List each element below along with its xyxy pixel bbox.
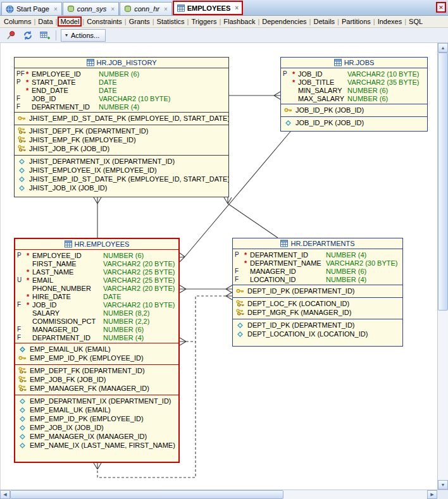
subtab-statistics[interactable]: Statistics (155, 17, 187, 26)
key-icon (18, 355, 27, 361)
subtab-triggers[interactable]: Triggers (189, 17, 218, 26)
column-row: U*EMAILVARCHAR2 (25 BYTE) (15, 276, 178, 284)
constraint-text: EMP_JOB_IX (JOB_ID) (30, 424, 104, 431)
column-name: DEPARTMENT_ID (32, 334, 103, 342)
subtab-dependencies[interactable]: Dependencies (260, 17, 308, 26)
column-type: NUMBER (6) (326, 268, 366, 275)
fkey-icon (18, 367, 27, 374)
column-row: *DEPARTMENT_NAMEVARCHAR2 (30 BYTE) (233, 259, 402, 267)
actions-button[interactable]: ▾ Actions... (61, 29, 106, 42)
column-name: MANAGER_ID (32, 326, 103, 333)
column-name: LOCATION_ID (250, 276, 326, 283)
tabgroup-close-button[interactable]: ✕ (436, 2, 446, 13)
table-node-jobs[interactable]: HR.JOBSP*JOB_IDVARCHAR2 (10 BYTE)*JOB_TI… (280, 57, 428, 132)
subtab-grants[interactable]: Grants (127, 17, 152, 26)
column-name: LAST_NAME (32, 268, 103, 276)
columns-section: PF*EMPLOYEE_IDNUMBER (6)P*START_DATEDATE… (15, 68, 228, 112)
index-row: EMP_NAME_IX (LAST_NAME, FIRST_NAME) (15, 441, 178, 450)
tab-close-icon[interactable]: × (164, 6, 168, 13)
fkey-row: JHIST_JOB_FK (JOB_ID) (15, 144, 228, 153)
subtab-partitions[interactable]: Partitions (340, 17, 373, 26)
constraint-text: DEPT_LOC_FK (LOCATION_ID) (247, 300, 349, 307)
fkey-icon (18, 376, 27, 383)
horizontal-scroll-track[interactable] (10, 490, 427, 499)
tab-close-icon[interactable]: × (111, 6, 115, 13)
table-node-employees[interactable]: HR.EMPLOYEESP*EMPLOYEE_IDNUMBER (6)FIRST… (14, 238, 180, 463)
subtab-flashback[interactable]: Flashback (221, 17, 257, 26)
horizontal-scrollbar[interactable]: ◀ ▶ (0, 490, 448, 499)
column-row: SALARYNUMBER (8,2) (15, 309, 178, 317)
freeze-pin-button[interactable] (4, 29, 17, 42)
index-row: EMP_MANAGER_IX (MANAGER_ID) (15, 432, 178, 441)
column-name: END_DATE (32, 87, 99, 94)
refresh-button[interactable] (22, 29, 34, 42)
key-marker: F (16, 103, 26, 110)
tab-conn-hr[interactable]: conn_hr× (120, 2, 172, 15)
relationship-jhist-job-fk[interactable] (229, 92, 280, 99)
fkey-icon (235, 300, 245, 307)
scroll-down-button[interactable]: ▼ (438, 480, 448, 490)
tab-start-page[interactable]: Start Page× (1, 2, 62, 15)
model-diagram-canvas[interactable]: HR.JOB_HISTORYPF*EMPLOYEE_IDNUMBER (6)P*… (0, 43, 437, 490)
table-node-departments[interactable]: HR.DEPARTMENTSP*DEPARTMENT_IDNUMBER (4)*… (232, 238, 403, 347)
column-type: VARCHAR2 (10 BYTE) (347, 70, 420, 78)
subtab-data[interactable]: Data (36, 17, 54, 26)
refresh-icon (23, 30, 33, 40)
table-title-text: HR.EMPLOYEES (75, 240, 130, 248)
tab-close-icon[interactable]: × (54, 6, 58, 13)
subtab-columns[interactable]: Columns (2, 17, 33, 26)
unique-icon (18, 346, 27, 353)
open-in-modeler-button[interactable] (39, 29, 51, 42)
index-icon (17, 185, 27, 192)
index-row: JHIST_EMP_ID_ST_DATE_PK (EMPLOYEE_ID, ST… (15, 175, 228, 183)
subtab-sql[interactable]: SQL (407, 17, 425, 26)
tab-conn-sys[interactable]: conn_sys× (63, 2, 119, 15)
relationship-jhist-dept-fk[interactable] (224, 197, 278, 238)
unique-row: EMP_EMAIL_UK (EMAIL) (15, 345, 178, 354)
scroll-right-button[interactable]: ▶ (427, 490, 437, 499)
horizontal-scroll-thumb[interactable] (10, 490, 283, 499)
vertical-scrollbar[interactable]: ▲ ▼ (437, 43, 448, 490)
column-type: VARCHAR2 (10 BYTE) (99, 95, 171, 102)
column-row: P*JOB_IDVARCHAR2 (10 BYTE) (281, 70, 427, 78)
fkey-icon (235, 309, 245, 316)
column-row: FMANAGER_IDNUMBER (6) (15, 325, 178, 333)
subtab-details[interactable]: Details (311, 17, 337, 26)
constraint-text: EMP_DEPT_FK (DEPARTMENT_ID) (30, 367, 145, 374)
column-name: COMMISSION_PCT (32, 317, 103, 325)
column-type: VARCHAR2 (35 BYTE) (347, 78, 420, 86)
notnull-marker: * (26, 87, 32, 94)
diagram-table-icon (40, 30, 50, 40)
scroll-up-button[interactable]: ▲ (438, 43, 448, 52)
constraint-text: EMP_EMAIL_UK (EMAIL) (30, 406, 111, 414)
subtab-model[interactable]: Model (58, 16, 82, 27)
constraint-text: DEPT_ID_PK (DEPARTMENT_ID) (247, 287, 355, 295)
table-icon (334, 59, 342, 66)
column-type: NUMBER (8,2) (103, 309, 149, 317)
relationship-jhist-emp-fk[interactable] (94, 197, 101, 238)
vertical-scroll-track[interactable] (438, 52, 448, 480)
constraint-section: EMP_EMAIL_UK (EMAIL)EMP_EMP_ID_PK (EMPLO… (15, 343, 178, 364)
column-name: EMPLOYEE_ID (32, 70, 99, 78)
column-row: MIN_SALARYNUMBER (6) (281, 86, 427, 94)
constraint-section: JOB_ID_PK (JOB_ID) (281, 104, 427, 116)
table-node-job_history[interactable]: HR.JOB_HISTORYPF*EMPLOYEE_IDNUMBER (6)P*… (14, 57, 229, 197)
tab-employees[interactable]: EMPLOYEES× (173, 1, 243, 15)
column-type: DATE (99, 78, 117, 86)
relationship-emp-dept-fk[interactable] (180, 285, 232, 293)
constraint-section: JHIST_DEPT_FK (DEPARTMENT_ID)JHIST_EMP_F… (15, 125, 228, 155)
notnull-marker: * (244, 251, 250, 259)
scroll-left-button[interactable]: ◀ (0, 490, 10, 499)
constraint-text: JHIST_DEPARTMENT_IX (DEPARTMENT_ID) (29, 157, 175, 165)
vertical-scroll-thumb[interactable] (438, 52, 448, 311)
actions-label: Actions... (71, 32, 99, 39)
connection-icon (124, 5, 132, 13)
column-type: VARCHAR2 (20 BYTE) (103, 260, 175, 268)
subtab-indexes[interactable]: Indexes (376, 17, 404, 26)
key-marker: PF (16, 70, 26, 77)
tab-close-icon[interactable]: × (235, 4, 239, 11)
table-icon (65, 240, 72, 248)
constraint-section: DEPT_ID_PK (DEPARTMENT_ID) (233, 285, 402, 297)
subtab-constraints[interactable]: Constraints (85, 17, 124, 26)
close-icon: ✕ (439, 4, 444, 11)
